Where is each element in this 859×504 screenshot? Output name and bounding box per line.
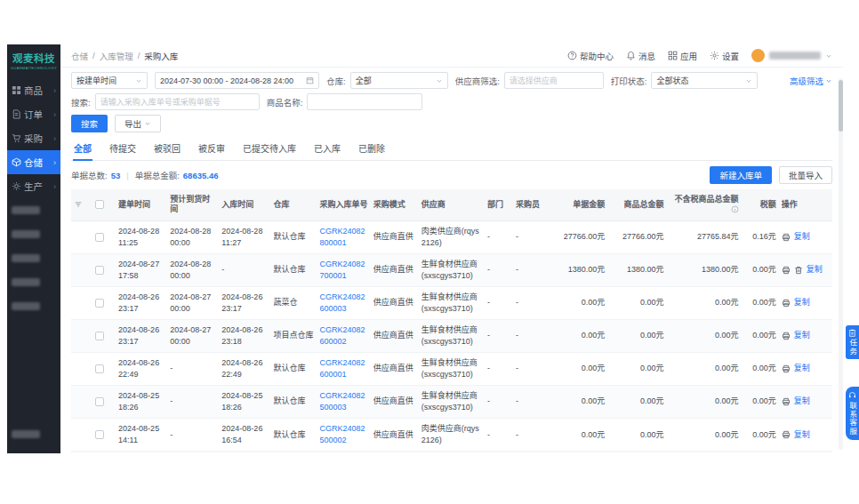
breadcrumb-item[interactable]: 仓储	[71, 50, 88, 62]
col-header-sort	[71, 189, 92, 220]
search-input[interactable]	[95, 93, 260, 110]
printer-icon[interactable]	[782, 332, 791, 340]
contact-support-button[interactable]: 联系客服	[846, 387, 859, 440]
time-type-select[interactable]: 按建单时间	[71, 72, 148, 89]
user-menu[interactable]	[751, 49, 832, 62]
page-scrollbar[interactable]	[839, 78, 843, 450]
sidebar-item-blurred[interactable]	[7, 422, 60, 446]
row-checkbox[interactable]	[95, 266, 104, 275]
cell-dept: -	[485, 352, 513, 385]
cell-goods_amount: 27766.00元	[607, 220, 666, 253]
copy-link[interactable]: 复制	[794, 363, 810, 374]
cell-warehouse: 默认仓库	[270, 253, 317, 286]
topbar-action-apps[interactable]: 应用	[668, 50, 697, 62]
sidebar-item-blurred[interactable]	[7, 270, 60, 294]
sidebar-item-orders[interactable]: 订单›	[7, 102, 60, 126]
export-button[interactable]: 导出	[115, 115, 161, 132]
order-no-link[interactable]: CGRK24082700001	[320, 260, 365, 280]
tab-3[interactable]: 被驳回	[153, 139, 181, 161]
order-no-link[interactable]: CGRK24082600003	[320, 292, 365, 313]
order-no-link[interactable]: CGRK24082800001	[320, 227, 365, 247]
cell-sort	[71, 286, 92, 319]
cell-dept: -	[485, 319, 513, 352]
sidebar-item-blurred[interactable]	[7, 246, 60, 270]
col-header-expect_time: 预计到货时间	[167, 189, 219, 220]
sort-icon[interactable]	[74, 200, 83, 209]
printer-icon[interactable]	[782, 266, 791, 275]
order-no-link[interactable]: CGRK24082500003	[320, 391, 365, 412]
copy-link[interactable]: 复制	[794, 396, 810, 407]
cell-tax: 0.00元	[742, 419, 779, 452]
order-no-link[interactable]: CGRK24082600001	[320, 358, 365, 379]
row-checkbox[interactable]	[95, 430, 104, 439]
product-name-input[interactable]	[307, 93, 422, 110]
printer-icon[interactable]	[782, 430, 791, 439]
row-checkbox[interactable]	[95, 233, 104, 242]
tab-2[interactable]: 待提交	[108, 139, 137, 161]
date-range-input[interactable]: 2024-07-30 00:00 - 2024-08-28 24:00	[155, 72, 319, 89]
cell-notax_amount: 0.00元	[666, 419, 741, 452]
cell-goods_amount: 0.00元	[607, 352, 666, 385]
tab-1[interactable]: 全部	[73, 139, 92, 161]
printer-icon[interactable]	[782, 397, 791, 406]
cell-in_time: 2024-08-26 23:17	[219, 286, 270, 319]
chevron-down-icon	[144, 120, 151, 127]
advanced-filter-link[interactable]: 高级筛选	[790, 75, 832, 87]
cell-expect_time: -	[167, 352, 219, 385]
copy-link[interactable]: 复制	[807, 264, 823, 276]
sidebar-item-purchase[interactable]: 采购›	[7, 126, 60, 150]
cell-expect_time: 2024-08-27 00:00	[167, 319, 219, 352]
col-header-label: 预计到货时间	[170, 195, 210, 213]
col-header-label: 税额	[760, 200, 776, 209]
tab-5[interactable]: 已提交待入库	[242, 139, 297, 161]
cell-notax_amount: 1380.00元	[666, 253, 741, 286]
order-no-link[interactable]: CGRK24082600002	[320, 325, 365, 346]
copy-link[interactable]: 复制	[794, 330, 810, 341]
row-actions: 复制	[782, 396, 830, 407]
sidebar-item-blurred[interactable]	[7, 294, 60, 318]
topbar-action-label: 设置	[722, 50, 739, 62]
cell-doc_amount: 1380.00元	[550, 253, 607, 286]
chevron-right-icon: ›	[53, 134, 56, 143]
select-all-checkbox[interactable]	[95, 200, 104, 209]
row-checkbox[interactable]	[95, 299, 104, 308]
printer-icon[interactable]	[782, 233, 791, 242]
tab-4[interactable]: 被反审	[197, 139, 226, 161]
warehouse-select[interactable]: 全部	[350, 72, 448, 89]
breadcrumb-item[interactable]: 入库管理	[100, 50, 133, 62]
search-button[interactable]: 搜索	[71, 115, 108, 132]
copy-link[interactable]: 复制	[794, 231, 810, 243]
row-checkbox[interactable]	[95, 397, 104, 406]
sidebar-item-goods[interactable]: 商品›	[7, 78, 60, 102]
tab-6[interactable]: 已入库	[313, 139, 341, 161]
printer-icon[interactable]	[782, 299, 791, 308]
col-header-mode: 采购模式	[371, 189, 419, 220]
copy-link[interactable]: 复制	[794, 429, 810, 441]
scrollbar-thumb[interactable]	[839, 80, 843, 132]
printer-icon[interactable]	[782, 364, 791, 373]
sidebar-item-blurred[interactable]	[7, 198, 60, 222]
row-checkbox[interactable]	[95, 332, 104, 340]
batch-import-button[interactable]: 批量导入	[779, 166, 832, 184]
cell-tax: 0.00元	[742, 385, 779, 418]
sidebar-item-production[interactable]: 生产›	[7, 174, 60, 198]
sidebar-item-blurred[interactable]	[7, 222, 60, 246]
trash-icon[interactable]	[794, 266, 803, 275]
topbar-action-help[interactable]: 帮助中心	[567, 50, 614, 62]
col-header-supplier: 供应商	[419, 189, 485, 220]
cell-supplier: 生鲜食材供应商(sxscgys3710)	[419, 385, 485, 418]
col-header-dept: 部门	[485, 189, 513, 220]
task-panel-toggle[interactable]: 任务	[846, 325, 859, 359]
row-checkbox[interactable]	[95, 364, 104, 373]
supplier-input[interactable]	[504, 72, 604, 89]
topbar-action-settings[interactable]: 设置	[710, 50, 739, 62]
create-inbound-button[interactable]: 新建入库单	[710, 166, 772, 184]
copy-link[interactable]: 复制	[794, 297, 810, 308]
tab-7[interactable]: 已删除	[357, 139, 386, 161]
print-status-select[interactable]: 全部状态	[651, 72, 758, 89]
cell-supplier: 生鲜食材供应商(sxscgys3710)	[419, 286, 485, 319]
cell-ops: 复制	[779, 220, 832, 253]
sidebar-item-warehouse[interactable]: 仓储›	[7, 150, 60, 174]
topbar-action-messages[interactable]: 消息	[626, 50, 655, 62]
order-no-link[interactable]: CGRK24082500002	[320, 424, 365, 444]
